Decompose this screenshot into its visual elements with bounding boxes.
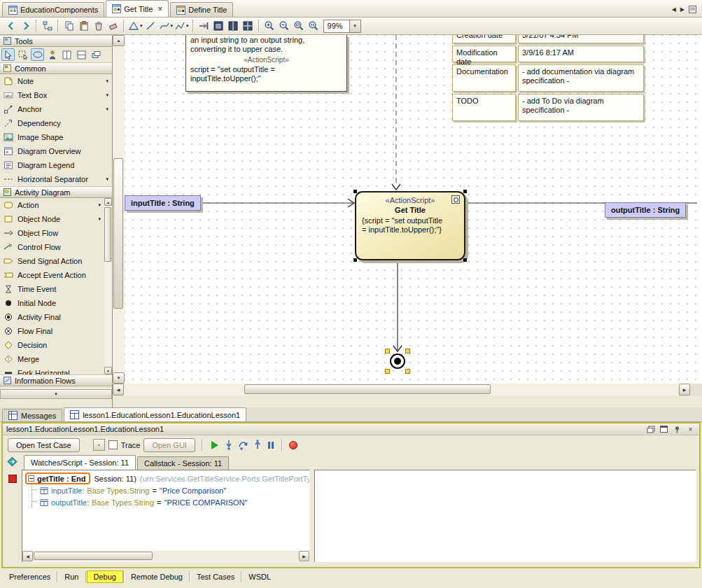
palette-section-information-flows[interactable]: Information Flows bbox=[0, 374, 112, 386]
dropdown-arrow-icon[interactable]: ▾ bbox=[106, 176, 108, 182]
tab-list-icon[interactable] bbox=[689, 6, 696, 13]
swimlane-icon[interactable] bbox=[226, 19, 241, 34]
watch-variable-row[interactable]: inputTitle: Base Types.String = "Price C… bbox=[25, 484, 309, 496]
script-pane[interactable] bbox=[314, 470, 696, 562]
scroll-up-icon[interactable]: ▲ bbox=[104, 198, 112, 206]
tab-define-title[interactable]: Define Title bbox=[170, 2, 233, 17]
maximize-icon[interactable] bbox=[659, 425, 669, 434]
selection-handle[interactable] bbox=[405, 349, 410, 354]
diagram-canvas[interactable]: an input string to an output string, con… bbox=[125, 35, 702, 384]
canvas-vertical-scrollbar[interactable]: ▲ ▼ bbox=[113, 35, 125, 384]
zoom-1-1-icon[interactable] bbox=[307, 19, 321, 34]
horizontal-scroll-thumb[interactable] bbox=[244, 384, 491, 394]
scroll-track[interactable] bbox=[33, 551, 299, 561]
palette-item-merge[interactable]: Merge bbox=[0, 352, 112, 366]
terminate-session-icon[interactable] bbox=[289, 441, 297, 449]
dropdown-arrow-icon[interactable]: ▾ bbox=[106, 106, 108, 112]
palette-section-common[interactable]: Common bbox=[0, 62, 112, 74]
scroll-tabs-left-icon[interactable]: ◀ bbox=[672, 6, 676, 13]
watches-horizontal-scrollbar[interactable]: ◀ ▶ bbox=[22, 551, 309, 561]
output-pin-label[interactable]: outputTitle : String bbox=[605, 202, 686, 218]
sticky-mode-icon[interactable] bbox=[45, 48, 59, 61]
dropdown-arrow-icon[interactable]: ▾ bbox=[171, 23, 174, 29]
status-item-debug[interactable]: Debug bbox=[87, 570, 123, 583]
zoom-dropdown-icon[interactable]: ▾ bbox=[349, 20, 360, 32]
step-out-icon[interactable] bbox=[253, 440, 263, 450]
palette-item-dependency[interactable]: Dependency bbox=[0, 116, 112, 130]
close-tab-icon[interactable]: × bbox=[157, 6, 162, 13]
vertical-scroll-track[interactable] bbox=[113, 46, 125, 372]
palette-scroll-down-button[interactable]: ▼ bbox=[0, 389, 112, 399]
dropdown-arrow-icon[interactable]: ▾ bbox=[98, 216, 101, 222]
scroll-left-icon[interactable]: ◀ bbox=[22, 551, 33, 561]
palette-item-horizontal-separator[interactable]: Horizontal Separator ▾ bbox=[0, 172, 112, 186]
palette-item-object-node[interactable]: Object Node ▾ bbox=[0, 212, 112, 226]
copy-icon[interactable] bbox=[62, 19, 76, 34]
canvas-horizontal-scrollbar[interactable]: ◀ ▶ bbox=[113, 384, 702, 396]
palette-scrollbar[interactable]: ▲ ▼ bbox=[104, 198, 112, 374]
selection-handle[interactable] bbox=[463, 190, 467, 193]
palette-item-note[interactable]: Note ▾ bbox=[0, 74, 112, 88]
resume-icon[interactable] bbox=[211, 441, 218, 449]
tab-messages[interactable]: Messages bbox=[2, 409, 62, 421]
status-item-wsdl[interactable]: WSDL bbox=[242, 570, 277, 583]
palette-item-diagram-legend[interactable]: Diagram Legend bbox=[0, 158, 112, 172]
session-marker-icon[interactable] bbox=[7, 456, 17, 467]
horizontal-scroll-track[interactable] bbox=[124, 384, 679, 396]
trace-checkbox[interactable] bbox=[108, 440, 118, 449]
palette-item-activity-final[interactable]: Activity Final bbox=[0, 310, 112, 324]
curve-tool-icon[interactable]: ▾ bbox=[158, 19, 174, 34]
tab-callstack[interactable]: Callstack - Session: 11 bbox=[137, 456, 229, 470]
activity-final-symbol[interactable] bbox=[390, 354, 405, 369]
palette-item-control-flow[interactable]: Control Flow bbox=[0, 240, 112, 254]
line-tool-icon[interactable] bbox=[143, 19, 158, 34]
palette-item-diagram-overview[interactable]: Diagram Overview bbox=[0, 144, 112, 158]
input-pin-label[interactable]: inputTitle : String bbox=[125, 195, 201, 211]
palette-item-initial-node[interactable]: Initial Node bbox=[0, 296, 112, 310]
selection-handle[interactable] bbox=[353, 190, 357, 193]
scroll-down-icon[interactable]: ▼ bbox=[113, 372, 125, 384]
split-horizontal-tool-icon[interactable] bbox=[75, 48, 88, 61]
stop-icon[interactable] bbox=[8, 475, 17, 483]
layout-arrow-icon[interactable] bbox=[197, 19, 211, 34]
palette-scroll-track[interactable] bbox=[104, 206, 112, 367]
palette-section-activity-diagram[interactable]: Activity Diagram bbox=[0, 186, 112, 198]
free-selection-tool-icon[interactable] bbox=[16, 48, 29, 61]
status-item-preferences[interactable]: Preferences bbox=[3, 570, 57, 583]
dropdown-arrow-icon[interactable]: ▾ bbox=[186, 23, 189, 29]
tab-education-components[interactable]: EducationComponents bbox=[2, 2, 104, 17]
shape-tool-icon[interactable]: ▾ bbox=[127, 19, 143, 34]
palette-section-tools[interactable]: Tools bbox=[0, 35, 112, 47]
pin-icon[interactable] bbox=[672, 425, 682, 434]
palette-item-decision[interactable]: Decision bbox=[0, 338, 112, 352]
selection-handle[interactable] bbox=[385, 369, 390, 374]
tab-watches-script[interactable]: Watches/Script - Session: 11 bbox=[24, 455, 136, 470]
palette-item-fork-horizontal[interactable]: Fork Horizontal bbox=[0, 366, 112, 374]
back-icon[interactable] bbox=[3, 19, 18, 34]
palette-item-text-box[interactable]: abc Text Box ▾ bbox=[0, 88, 112, 102]
dropdown-arrow-icon[interactable]: ▾ bbox=[98, 202, 101, 208]
palette-item-object-flow[interactable]: Object Flow bbox=[0, 226, 112, 240]
dropdown-arrow-icon[interactable]: ▾ bbox=[106, 78, 108, 84]
palette-item-flow-final[interactable]: Flow Final bbox=[0, 324, 112, 338]
grid-icon[interactable] bbox=[241, 19, 255, 34]
status-item-remote-debug[interactable]: Remote Debug bbox=[125, 570, 189, 583]
polyline-tool-icon[interactable]: ▾ bbox=[174, 19, 190, 34]
zoom-level-value[interactable]: 99% bbox=[324, 20, 349, 32]
zoom-level-combobox[interactable]: 99% ▾ bbox=[323, 20, 361, 33]
delete-icon[interactable] bbox=[91, 19, 106, 34]
trace-options-dropdown-icon[interactable]: ▾ bbox=[93, 439, 105, 451]
open-gui-button[interactable]: Open GUI bbox=[143, 438, 195, 452]
erase-icon[interactable] bbox=[106, 19, 120, 34]
split-vertical-tool-icon[interactable] bbox=[60, 48, 73, 61]
tab-get-title[interactable]: Get Title × bbox=[106, 0, 169, 17]
tab-lesson-session[interactable]: lesson1.EducationLesson1.EducationLesson… bbox=[64, 407, 246, 421]
diagram-frame-icon[interactable] bbox=[211, 19, 226, 34]
behavior-badge-icon[interactable] bbox=[451, 195, 460, 204]
selection-handle[interactable] bbox=[385, 349, 390, 354]
open-test-case-button[interactable]: Open Test Case bbox=[8, 438, 80, 452]
palette-item-anchor[interactable]: Anchor ▾ bbox=[0, 102, 112, 116]
collapse-icon[interactable] bbox=[28, 475, 34, 482]
scroll-thumb[interactable] bbox=[34, 552, 153, 560]
palette-item-accept-event-action[interactable]: Accept Event Action bbox=[0, 268, 112, 282]
